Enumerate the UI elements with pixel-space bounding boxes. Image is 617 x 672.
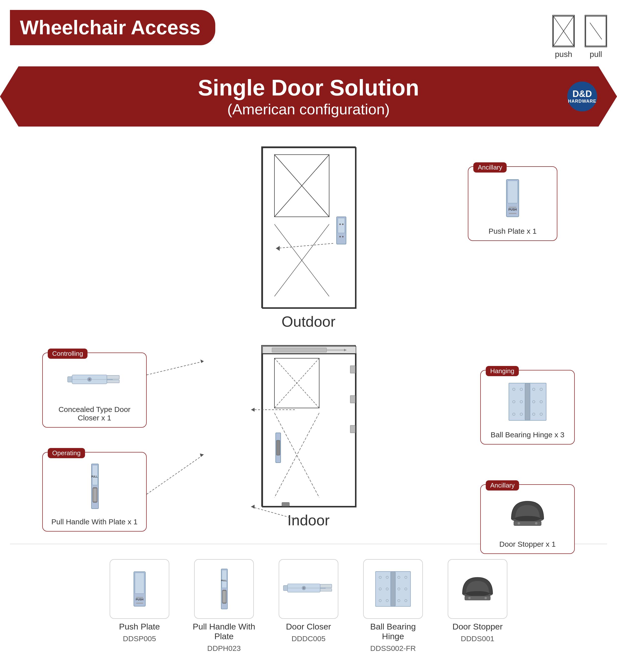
door-closer-card: Controlling Concealed Type Door Closer x… (42, 353, 147, 428)
svg-rect-93 (320, 589, 332, 591)
door-closer-icon (67, 371, 122, 390)
product-door-closer-name: Door Closer (286, 622, 331, 632)
product-hinge-image (363, 559, 423, 619)
hinge-card: Hanging (480, 370, 575, 445)
svg-point-70 (518, 522, 520, 524)
svg-rect-35 (93, 488, 97, 501)
svg-rect-37 (272, 348, 327, 352)
product-pull-handle-icon: PULL (218, 568, 230, 610)
stopper-tag: Ancillary (486, 480, 519, 490)
stopper-icon (509, 499, 546, 528)
product-stopper: Door Stopper DDDS001 (443, 559, 512, 653)
svg-rect-52 (509, 383, 526, 420)
indoor-section: Controlling Concealed Type Door Closer x… (10, 345, 607, 529)
door-closer-label: Concealed Type Door Closer x 1 (43, 403, 146, 427)
svg-rect-84 (136, 603, 143, 604)
product-push-plate-image: PUSH (110, 559, 169, 619)
svg-text:PUSH: PUSH (508, 208, 517, 211)
product-hinge-icon (374, 570, 412, 608)
svg-point-17 (342, 224, 344, 225)
svg-marker-79 (251, 505, 254, 509)
product-stopper-name: Door Stopper (452, 622, 503, 632)
indoor-door-diagram: Indoor (261, 345, 356, 529)
pull-door-symbol (585, 15, 607, 47)
product-pull-handle-code: DDPH023 (207, 644, 241, 653)
indoor-door (261, 345, 356, 507)
push-door-symbol (552, 15, 575, 47)
svg-point-30 (88, 378, 90, 380)
svg-rect-54 (525, 383, 530, 420)
svg-rect-46 (350, 366, 355, 373)
svg-point-71 (535, 522, 538, 524)
svg-point-116 (484, 597, 487, 599)
dd-logo-text: D&D (573, 89, 592, 99)
svg-rect-6 (507, 181, 518, 203)
push-label: push (555, 50, 572, 59)
product-push-plate: PUSH Push Plate DDSP005 (105, 559, 174, 653)
product-stopper-icon (460, 574, 495, 604)
stopper-card: Ancillary Door Stopper x 1 (480, 484, 575, 554)
push-plate-tag: Ancillary (473, 162, 506, 173)
product-door-closer-image (279, 559, 338, 619)
product-stopper-image (448, 559, 507, 619)
svg-point-113 (466, 591, 489, 596)
svg-marker-77 (251, 408, 254, 412)
outdoor-door-svg (262, 147, 357, 309)
svg-rect-92 (320, 584, 332, 588)
product-push-plate-code: DDSP005 (123, 635, 156, 643)
svg-point-19 (342, 236, 344, 237)
push-icon-group: push (552, 15, 575, 59)
push-plate-image: PUSH (468, 167, 557, 224)
door-closer-image (43, 353, 146, 403)
svg-point-18 (339, 236, 341, 237)
push-plate-icon: PUSH (504, 178, 521, 218)
svg-point-68 (515, 516, 540, 521)
svg-rect-48 (350, 425, 355, 433)
svg-line-72 (147, 361, 204, 375)
hinge-label: Ball Bearing Hinge x 3 (481, 428, 574, 444)
svg-text:PULL: PULL (91, 475, 97, 478)
banner: Single Door Solution (American configura… (0, 66, 617, 127)
product-door-closer-icon (283, 579, 334, 599)
hinge-icon (507, 382, 548, 422)
product-push-plate-name: Push Plate (119, 622, 160, 632)
outdoor-label: Outdoor (282, 313, 336, 330)
svg-rect-49 (282, 502, 289, 506)
svg-rect-26 (107, 376, 119, 379)
hinge-image (481, 371, 574, 428)
svg-rect-53 (529, 383, 546, 420)
product-hinge: Ball Bearing Hinge DDSS002-FR (358, 559, 428, 653)
dd-logo: D&D HARDWARE (567, 81, 597, 111)
product-push-plate-icon: PUSH (132, 570, 148, 608)
push-plate-label: Push Plate x 1 (468, 224, 557, 240)
svg-rect-97 (376, 572, 392, 607)
svg-rect-47 (350, 396, 355, 403)
svg-rect-89 (223, 591, 226, 603)
indoor-label: Indoor (287, 512, 330, 529)
svg-point-96 (303, 587, 305, 589)
svg-line-4 (590, 23, 602, 39)
product-pull-handle: PULL Pull Handle With Plate DDPH023 (189, 559, 259, 653)
svg-rect-32 (92, 465, 98, 485)
pull-icon-group: pull (585, 15, 607, 59)
header: Wheelchair Access push pull (0, 0, 617, 64)
pull-handle-label: Pull Handle With Plate x 1 (43, 515, 146, 531)
banner-subtitle: (American configuration) (227, 101, 390, 118)
svg-rect-9 (509, 213, 516, 214)
svg-rect-83 (136, 597, 143, 598)
product-stopper-code: DDDS001 (461, 635, 494, 643)
product-door-closer: Door Closer DDDC005 (274, 559, 343, 653)
svg-rect-98 (394, 572, 411, 607)
svg-rect-8 (509, 207, 516, 208)
svg-marker-73 (200, 360, 204, 363)
product-pull-handle-image: PULL (194, 559, 254, 619)
push-pull-icons: push pull (552, 15, 607, 59)
product-door-closer-code: DDDC005 (291, 635, 326, 643)
outdoor-section: Ancillary PUSH Push Plate x 1 (10, 147, 607, 330)
svg-text:PULL: PULL (221, 579, 227, 582)
title-badge: Wheelchair Access (10, 10, 215, 45)
svg-rect-15 (338, 218, 345, 233)
svg-point-115 (468, 597, 470, 599)
outdoor-door (261, 147, 356, 308)
push-plate-card: Ancillary PUSH Push Plate x 1 (468, 166, 557, 241)
